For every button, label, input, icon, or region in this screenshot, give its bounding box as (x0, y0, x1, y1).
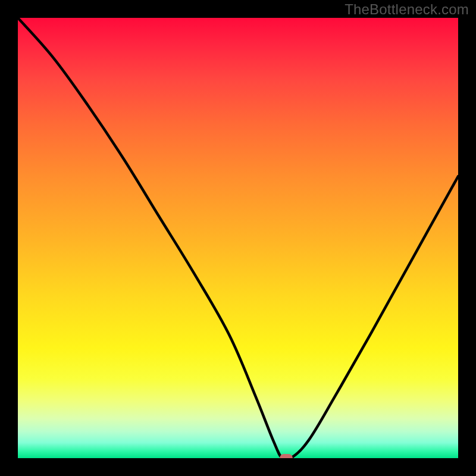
watermark-text: TheBottleneck.com (345, 1, 469, 18)
curve-path (18, 18, 458, 458)
bottleneck-curve (18, 18, 458, 458)
chart-frame: TheBottleneck.com (0, 0, 476, 476)
optimal-point-marker (280, 454, 293, 458)
plot-area (18, 18, 458, 458)
